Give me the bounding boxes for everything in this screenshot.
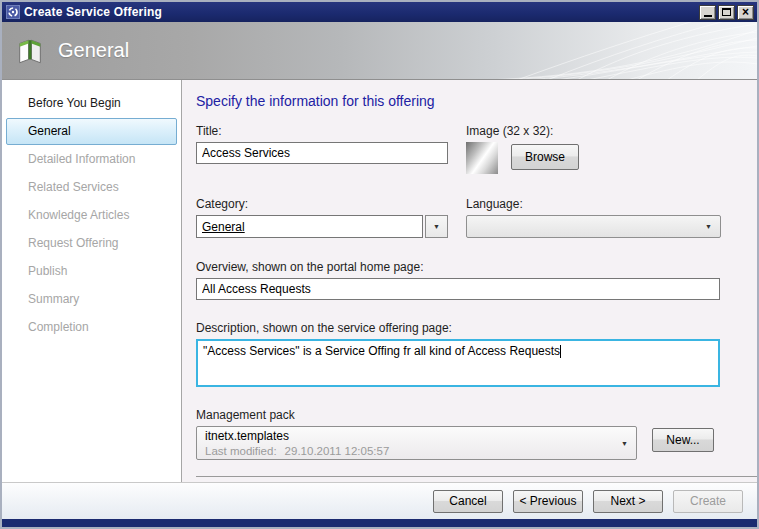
minimize-button[interactable] xyxy=(699,5,716,20)
description-textarea[interactable]: "Access Services" is a Service Offing fr… xyxy=(196,339,720,387)
language-label: Language: xyxy=(466,197,721,211)
window-title: Create Service Offering xyxy=(24,5,697,19)
category-value-box[interactable]: General xyxy=(196,215,423,238)
wizard-footer: Cancel < Previous Next > Create xyxy=(2,482,757,519)
sidebar-item-detailed-information: Detailed Information xyxy=(6,146,177,173)
description-label: Description, shown on the service offeri… xyxy=(196,321,720,335)
minimize-icon xyxy=(704,15,712,17)
sidebar-item-related-services: Related Services xyxy=(6,174,177,201)
chevron-down-icon: ▼ xyxy=(705,223,712,230)
sidebar-item-general[interactable]: General xyxy=(6,118,177,145)
header-swoosh-graphic xyxy=(427,22,757,80)
sidebar-item-request-offering: Request Offering xyxy=(6,230,177,257)
title-image-row: Title: Image (32 x 32): Browse xyxy=(196,124,757,174)
new-management-pack-button[interactable]: New... xyxy=(652,428,714,452)
create-service-offering-window: Create Service Offering × xyxy=(0,0,759,529)
bottom-accent-bar xyxy=(2,519,757,527)
content-divider xyxy=(196,476,757,477)
chevron-down-icon: ▼ xyxy=(621,440,628,447)
overview-field-group: Overview, shown on the portal home page: xyxy=(196,260,720,300)
category-label: Category: xyxy=(196,197,448,211)
sidebar-item-publish: Publish xyxy=(6,258,177,285)
text-cursor xyxy=(560,345,561,358)
image-label: Image (32 x 32): xyxy=(466,124,721,138)
sidebar-item-completion: Completion xyxy=(6,314,177,341)
language-field-group: Language: ▼ xyxy=(466,197,721,238)
overview-input[interactable] xyxy=(196,278,720,300)
page-title: General xyxy=(58,39,129,62)
title-field-group: Title: xyxy=(196,124,448,174)
description-field-group: Description, shown on the service offeri… xyxy=(196,321,720,387)
next-button[interactable]: Next > xyxy=(593,490,663,513)
management-pack-combobox[interactable]: itnetx.templates Last modified:29.10.201… xyxy=(196,426,637,460)
sidebar-item-knowledge-articles: Knowledge Articles xyxy=(6,202,177,229)
last-modified-label: Last modified: xyxy=(205,445,277,457)
image-field-group: Image (32 x 32): Browse xyxy=(466,124,721,174)
title-label: Title: xyxy=(196,124,448,138)
window-gear-icon xyxy=(6,5,20,19)
language-combobox[interactable]: ▼ xyxy=(466,215,721,238)
category-language-row: Category: General ▼ Language: ▼ xyxy=(196,197,757,238)
wizard-steps-sidebar: Before You Begin General Detailed Inform… xyxy=(2,80,182,482)
category-value: General xyxy=(202,220,245,234)
maximize-button[interactable] xyxy=(718,5,735,20)
last-modified-value: 29.10.2011 12:05:57 xyxy=(285,445,390,457)
management-pack-group: Management pack itnetx.templates Last mo… xyxy=(196,408,757,477)
sidebar-item-summary: Summary xyxy=(6,286,177,313)
category-field-group: Category: General ▼ xyxy=(196,197,448,238)
overview-label: Overview, shown on the portal home page: xyxy=(196,260,720,274)
category-combobox[interactable]: General ▼ xyxy=(196,215,448,238)
close-icon: × xyxy=(742,6,749,18)
sidebar-item-before-you-begin[interactable]: Before You Begin xyxy=(6,90,177,117)
management-pack-value: itnetx.templates xyxy=(205,429,621,444)
category-dropdown-button[interactable]: ▼ xyxy=(425,215,448,238)
title-bar: Create Service Offering × xyxy=(2,2,757,22)
page-heading: Specify the information for this offerin… xyxy=(196,93,757,109)
maximize-icon xyxy=(722,8,731,16)
wizard-header: General xyxy=(2,22,757,80)
create-button: Create xyxy=(673,490,743,513)
open-book-icon xyxy=(15,36,45,66)
title-input[interactable] xyxy=(196,142,448,164)
wizard-body: Before You Begin General Detailed Inform… xyxy=(2,80,757,482)
previous-button[interactable]: < Previous xyxy=(513,490,583,513)
browse-button[interactable]: Browse xyxy=(511,144,579,170)
general-page-content: Specify the information for this offerin… xyxy=(182,80,757,482)
cancel-button[interactable]: Cancel xyxy=(433,490,503,513)
management-pack-modified: Last modified:29.10.2011 12:05:57 xyxy=(205,444,621,458)
chevron-down-icon: ▼ xyxy=(433,223,440,230)
management-pack-label: Management pack xyxy=(196,408,757,422)
description-text: "Access Services" is a Service Offing fr… xyxy=(203,344,560,358)
close-button[interactable]: × xyxy=(737,5,754,20)
image-preview xyxy=(466,142,498,174)
